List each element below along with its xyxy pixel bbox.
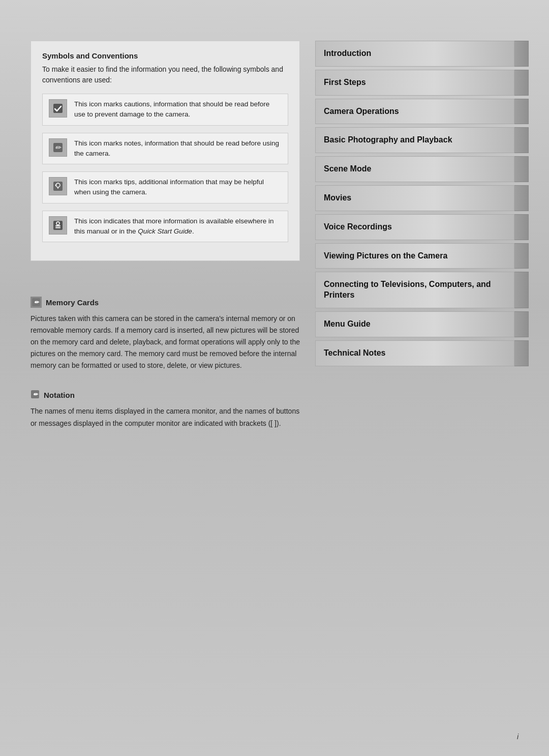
toc-label-basic-photography: Basic Photography and Playback	[315, 127, 514, 153]
note-text: This icon marks notes, information that …	[74, 138, 282, 159]
toc-tab-connecting	[514, 272, 529, 308]
toc-label-movies: Movies	[315, 185, 514, 211]
toc-item-introduction[interactable]: Introduction	[315, 41, 529, 67]
toc-label-voice-recordings: Voice Recordings	[315, 214, 514, 240]
note-icon: ✏	[49, 138, 67, 157]
symbols-title: Symbols and Conventions	[42, 51, 288, 60]
toc-label-connecting: Connecting to Televisions, Computers, an…	[315, 272, 514, 308]
svg-point-6	[55, 185, 57, 186]
left-column: Symbols and Conventions To make it easie…	[30, 41, 300, 725]
toc-item-voice-recordings[interactable]: Voice Recordings	[315, 214, 529, 240]
toc-label-first-steps: First Steps	[315, 70, 514, 96]
svg-text:✏: ✏	[55, 144, 62, 152]
toc-label-introduction: Introduction	[315, 41, 514, 67]
more-info-text: This icon indicates that more informatio…	[74, 216, 282, 237]
toc-label-technical-notes: Technical Notes	[315, 340, 514, 366]
icon-row-tips: This icon marks tips, additional informa…	[42, 171, 288, 203]
toc-item-scene-mode[interactable]: Scene Mode	[315, 156, 529, 182]
toc-tab-menu-guide	[514, 311, 529, 337]
toc-item-technical-notes[interactable]: Technical Notes	[315, 340, 529, 366]
notation-heading-text: Notation	[44, 391, 75, 399]
toc-tab-scene-mode	[514, 156, 529, 182]
toc-tab-camera-operations	[514, 99, 529, 125]
toc-item-basic-photography[interactable]: Basic Photography and Playback	[315, 127, 529, 153]
memory-heading: ✏ Memory Cards	[30, 297, 300, 308]
toc-tab-movies	[514, 185, 529, 211]
notation-heading: ✏ Notation	[30, 390, 300, 400]
memory-body: Pictures taken with this camera can be s…	[30, 313, 300, 371]
toc-item-camera-operations[interactable]: Camera Operations	[315, 99, 529, 125]
svg-rect-10	[55, 227, 60, 228]
toc-item-connecting[interactable]: Connecting to Televisions, Computers, an…	[315, 272, 529, 308]
toc-tab-voice-recordings	[514, 214, 529, 240]
toc-label-camera-operations: Camera Operations	[315, 99, 514, 125]
symbols-desc: To make it easier to find the informatio…	[42, 64, 288, 85]
caution-icon	[49, 99, 67, 118]
more-info-icon	[49, 216, 67, 235]
notation-body: The names of menu items displayed in the…	[30, 405, 300, 429]
toc-item-viewing-pictures[interactable]: Viewing Pictures on the Camera	[315, 243, 529, 269]
notation-section: ✏ Notation The names of menu items displ…	[30, 390, 300, 429]
toc-item-menu-guide[interactable]: Menu Guide	[315, 311, 529, 337]
tips-icon	[49, 177, 67, 195]
toc-label-viewing-pictures: Viewing Pictures on the Camera	[315, 243, 514, 269]
toc-tab-viewing-pictures	[514, 243, 529, 269]
toc-label-menu-guide: Menu Guide	[315, 311, 514, 337]
toc-tab-introduction	[514, 41, 529, 67]
tips-text: This icon marks tips, additional informa…	[74, 177, 282, 198]
toc-item-movies[interactable]: Movies	[315, 185, 529, 211]
symbols-section: Symbols and Conventions To make it easie…	[30, 41, 300, 261]
quick-start-guide-italic: Quick Start Guide	[138, 227, 192, 235]
caution-text: This icon marks cautions, information th…	[74, 99, 282, 120]
toc-tab-technical-notes	[514, 340, 529, 366]
svg-rect-9	[55, 225, 60, 226]
notation-note-icon: ✏	[30, 390, 40, 400]
memory-heading-text: Memory Cards	[46, 298, 99, 307]
right-toc-column: Introduction First Steps Camera Operatio…	[315, 41, 529, 725]
toc-tab-basic-photography	[514, 127, 529, 153]
icon-row-caution: This icon marks cautions, information th…	[42, 94, 288, 126]
page-layout: Symbols and Conventions To make it easie…	[0, 0, 549, 756]
toc-item-first-steps[interactable]: First Steps	[315, 70, 529, 96]
toc-tab-first-steps	[514, 70, 529, 96]
memory-note-icon: ✏	[30, 297, 42, 308]
icon-row-more-info: This icon indicates that more informatio…	[42, 211, 288, 243]
page-number: i	[517, 733, 518, 741]
icon-row-note: ✏ This icon marks notes, information tha…	[42, 133, 288, 165]
toc-label-scene-mode: Scene Mode	[315, 156, 514, 182]
memory-section: ✏ Memory Cards Pictures taken with this …	[30, 297, 300, 371]
